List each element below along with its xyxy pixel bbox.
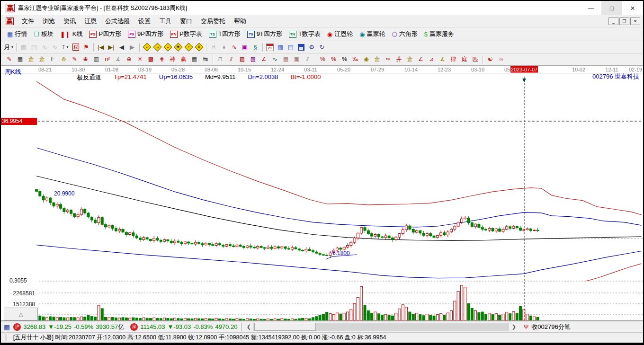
mdi-restore-button[interactable]: ❐ xyxy=(619,18,629,25)
kline-button[interactable]: ❚❙K线 xyxy=(57,29,86,39)
spiral-circle-button[interactable]: ⊚ xyxy=(58,55,69,64)
restore-rights-button[interactable]: 权 xyxy=(71,43,81,52)
time-circle-button[interactable]: ⊕ xyxy=(80,55,91,64)
menu-item-7[interactable]: 窗口 xyxy=(176,16,197,27)
gann-left-button[interactable]: ← xyxy=(142,43,152,52)
first-page-button[interactable]: |◀ xyxy=(96,43,106,52)
gann-vertical-button[interactable]: ↕ xyxy=(183,43,194,52)
angle-fan-button[interactable]: ∠ xyxy=(259,55,269,64)
sectors-button[interactable]: ❒板块 xyxy=(30,29,57,39)
winner-service-button[interactable]: $赢家服务 xyxy=(421,29,457,39)
compass-tool-button[interactable]: ⊕ xyxy=(124,55,134,64)
menu-item-0[interactable]: 文件 xyxy=(18,16,38,27)
grid-b-button[interactable]: ▣ xyxy=(291,55,302,64)
quotes-button[interactable]: ▦行情 xyxy=(4,29,30,39)
gold-bar-button[interactable]: 金 xyxy=(372,55,383,64)
hand-tool-button[interactable]: ☝ xyxy=(208,43,219,52)
well-grid-button[interactable]: 井 xyxy=(394,55,404,64)
arc-check-button[interactable]: ∿ xyxy=(269,55,280,64)
gold-angle-button[interactable]: 金 xyxy=(404,55,415,64)
t-square-button[interactable]: TST四方形 xyxy=(206,29,244,39)
gann-horizontal-button[interactable]: ↔ xyxy=(162,43,173,52)
chart-small-1-button[interactable]: ∿ xyxy=(39,43,50,52)
box-select-button[interactable]: ▣ xyxy=(240,43,250,52)
mdi-close-button[interactable]: ✕ xyxy=(630,18,640,25)
menu-item-1[interactable]: 浏览 xyxy=(38,16,59,27)
percent-box-button[interactable]: % xyxy=(317,55,328,64)
grid-123-button[interactable]: ▦ xyxy=(189,55,200,64)
kline-chart[interactable]: 08-2110-3001-0803-1905-2808-0610-1512-24… xyxy=(1,65,644,321)
brush-drop-button[interactable]: ✑ xyxy=(383,55,394,64)
crosshair-tool-button[interactable]: + xyxy=(219,43,229,52)
period-month-button[interactable]: 月▼ xyxy=(4,43,14,52)
scrollbar-thumb[interactable] xyxy=(254,323,316,331)
t-number-table-button[interactable]: TNT数字表 xyxy=(286,29,324,39)
horizontal-scrollbar[interactable] xyxy=(253,323,509,331)
last-page-button[interactable]: ▶| xyxy=(106,43,116,52)
next-page-button[interactable]: ▶ xyxy=(127,43,137,52)
menu-item-6[interactable]: 工具 xyxy=(155,16,176,27)
p-number-table-button[interactable]: PNP数字表 xyxy=(167,29,206,39)
menu-item-5[interactable]: 设置 xyxy=(134,16,155,27)
gann-center-button[interactable]: ✚ xyxy=(173,43,183,52)
gold-slope-button[interactable]: ∡ xyxy=(437,55,448,64)
expand-panel-button[interactable]: △ xyxy=(4,308,38,320)
angle-line-button[interactable]: ∠ xyxy=(415,55,426,64)
calculator-button[interactable]: ▦ xyxy=(275,43,286,52)
winner-wheel-button[interactable]: ◉赢家轮 xyxy=(356,29,388,39)
ting-angle-button[interactable]: 庭 xyxy=(459,55,470,64)
menu-item-8[interactable]: 交易委托 xyxy=(197,16,230,27)
gann-expand-button[interactable]: ⇕ xyxy=(194,43,204,52)
percent-five-button[interactable]: ‰ xyxy=(350,55,361,64)
pi-angle-button[interactable]: 匹 xyxy=(470,55,481,64)
menu-item-4[interactable]: 公式选股 xyxy=(101,16,134,27)
notebook-button[interactable]: ▤ xyxy=(286,43,296,52)
angle-ruler-button[interactable]: ∡ xyxy=(113,55,124,64)
f-grid-button[interactable]: F xyxy=(47,55,58,64)
spiral-tool-button[interactable]: § xyxy=(250,43,260,52)
gann-right-button[interactable]: → xyxy=(152,43,162,52)
n-square-button[interactable]: n² xyxy=(102,55,113,64)
prev-page-button[interactable]: ◀ xyxy=(116,43,127,52)
calendar-button[interactable]: 21 xyxy=(265,43,275,52)
window-mode-button[interactable]: ▦ xyxy=(18,43,29,52)
percent-seven-button[interactable]: % xyxy=(328,55,339,64)
chart-small-2-button[interactable]: ∿ xyxy=(50,43,60,52)
save-button[interactable] xyxy=(296,43,306,52)
fan-lines-button[interactable]: ⫽ xyxy=(226,55,237,64)
dark-fan-button[interactable]: ▧ xyxy=(248,55,259,64)
menu-item-9[interactable]: 帮助 xyxy=(230,16,250,27)
pen-tool-button[interactable]: ✎ xyxy=(4,55,15,64)
infinity-button[interactable]: ∞ xyxy=(496,55,507,64)
f-angle-button[interactable]: ⊿ xyxy=(426,55,437,64)
gold-circle-button[interactable]: ◉ xyxy=(361,55,372,64)
box-lines-button[interactable]: ⊓ xyxy=(215,55,226,64)
minimize-button[interactable]: — xyxy=(581,1,601,15)
9t-square-button[interactable]: T99T四方形 xyxy=(244,29,286,39)
gold-grid-2-button[interactable]: 金 xyxy=(36,55,47,64)
scroll-left-button[interactable]: ❮ xyxy=(244,323,253,331)
shaded-fan-button[interactable]: ▨ xyxy=(237,55,248,64)
taiji-button[interactable]: ☯ xyxy=(485,55,496,64)
chart-area[interactable]: 08-2110-3001-0803-1905-2808-0610-1512-24… xyxy=(1,65,644,321)
grid-a-button[interactable]: ▦ xyxy=(280,55,291,64)
9p-square-button[interactable]: P99P四方形 xyxy=(125,29,167,39)
web-tool-button[interactable]: ▩ xyxy=(145,55,156,64)
lv-angle-button[interactable]: 律 xyxy=(448,55,459,64)
gold-grid-1-button[interactable]: 金 xyxy=(26,55,36,64)
measure-tool-button[interactable]: ∿ xyxy=(229,43,240,52)
shen-tool-button[interactable]: 神 xyxy=(167,55,178,64)
percent-plain-button[interactable]: % xyxy=(339,55,350,64)
gann-wheel-button[interactable]: ◉江恩轮 xyxy=(324,29,356,39)
p-square-button[interactable]: PSP四方形 xyxy=(86,29,125,39)
ying-tool-button[interactable]: 赢 xyxy=(178,55,189,64)
maximize-button[interactable]: □ xyxy=(601,1,622,15)
slash-lines-button[interactable]: ⫽ xyxy=(302,55,313,64)
candle-type-button[interactable]: ⌶▼ xyxy=(60,43,71,52)
price-grid-button[interactable]: ▥ xyxy=(91,55,102,64)
menu-item-2[interactable]: 资讯 xyxy=(59,16,80,27)
width-arrows-button[interactable]: ↹ xyxy=(200,55,211,64)
quote-grid-icon[interactable]: ▦ xyxy=(4,323,10,331)
data-tools-button[interactable]: ⚙ xyxy=(306,43,317,52)
scroll-right-button[interactable]: ❯ xyxy=(509,323,519,331)
